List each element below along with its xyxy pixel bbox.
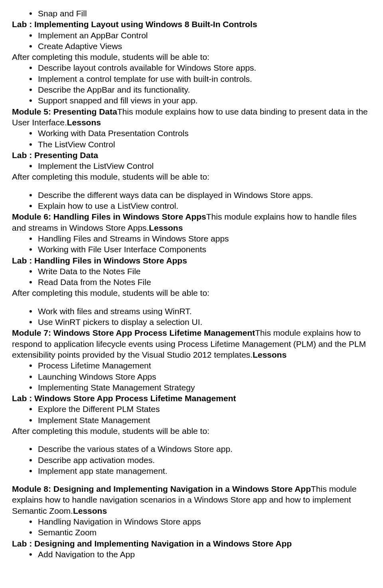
list-item: Describe the AppBar and its functionalit…	[38, 84, 371, 95]
list-item: Implement a control template for use wit…	[38, 73, 371, 84]
module-title-bold: Module 6: Handling Files in Windows Stor…	[12, 212, 206, 221]
lab-heading: Lab : Implementing Layout using Windows …	[12, 19, 371, 30]
list-item: Handling Navigation in Windows Store app…	[38, 516, 371, 527]
list-item: Use WinRT pickers to display a selection…	[38, 317, 371, 327]
lessons-label: Lessons	[253, 350, 286, 359]
list-item: Describe app activation modes.	[38, 455, 371, 465]
list-item: Explain how to use a ListView control.	[38, 200, 371, 211]
module-title-bold: Module 7: Windows Store App Process Life…	[12, 328, 255, 337]
list-item: Support snapped and fill views in your a…	[38, 95, 371, 106]
lab-heading: Lab : Handling Files in Windows Store Ap…	[12, 255, 371, 266]
lessons-label: Lessons	[73, 506, 107, 515]
list-item: Process Lifetime Management	[38, 360, 371, 371]
list-item: Implementing State Management Strategy	[38, 382, 371, 393]
list-item: Describe the different ways data can be …	[38, 190, 371, 200]
lessons-label: Lessons	[149, 223, 183, 232]
list-item: Create Adaptive Views	[38, 41, 371, 51]
module-heading: Module 7: Windows Store App Process Life…	[12, 327, 371, 360]
module-heading: Module 5: Presenting DataThis module exp…	[12, 106, 371, 128]
lab-heading: Lab : Windows Store App Process Lifetime…	[12, 393, 371, 404]
module-title-bold: Module 5: Presenting Data	[12, 107, 117, 116]
module-heading: Module 8: Designing and Implementing Nav…	[12, 483, 371, 516]
list-item: Read Data from the Notes File	[38, 277, 371, 287]
list-item: Add Navigation to the App	[38, 549, 371, 560]
list-item: Implement an AppBar Control	[38, 30, 371, 41]
list-item: Launching Windows Store Apps	[38, 371, 371, 382]
after-text: After completing this module, students w…	[12, 287, 371, 298]
list-item: Implement State Management	[38, 415, 371, 426]
list-item: Describe the various states of a Windows…	[38, 443, 371, 454]
lab-heading: Lab : Designing and Implementing Navigat…	[12, 538, 371, 549]
list-item: The ListView Control	[38, 139, 371, 150]
list-item: Working with File User Interface Compone…	[38, 244, 371, 255]
after-text: After completing this module, students w…	[12, 426, 371, 436]
list-item: Semantic Zoom	[38, 527, 371, 538]
list-item: Work with files and streams using WinRT.	[38, 306, 371, 317]
list-item: Write Data to the Notes File	[38, 266, 371, 277]
list-item: Implement app state management.	[38, 465, 371, 476]
after-text: After completing this module, students w…	[12, 51, 371, 62]
after-text: After completing this module, students w…	[12, 171, 371, 182]
list-item: Describe layout controls available for W…	[38, 62, 371, 73]
list-item: Explore the Different PLM States	[38, 404, 371, 414]
lessons-label: Lessons	[67, 118, 101, 127]
lab-heading: Lab : Presenting Data	[12, 150, 371, 160]
module-heading: Module 6: Handling Files in Windows Stor…	[12, 211, 371, 233]
list-item: Handling Files and Streams in Windows St…	[38, 233, 371, 244]
list-item: Implement the ListView Control	[38, 160, 371, 171]
list-item: Working with Data Presentation Controls	[38, 128, 371, 139]
module-title-bold: Module 8: Designing and Implementing Nav…	[12, 484, 311, 493]
list-item: Snap and Fill	[38, 8, 371, 19]
